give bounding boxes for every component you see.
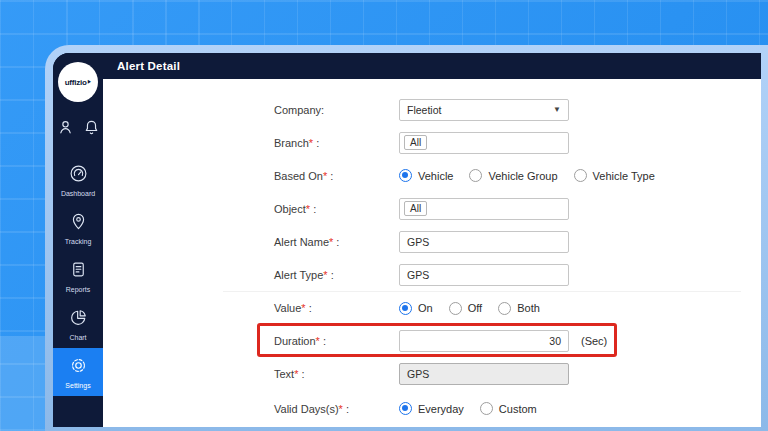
app-window-frame: uffizio‣ Dashboard xyxy=(45,45,768,431)
duration-input[interactable]: 30 xyxy=(399,330,569,352)
radio-button xyxy=(399,169,412,182)
field-label: Object* : xyxy=(274,203,399,215)
form-row-alert-type: Alert Type* : GPS xyxy=(103,258,761,291)
form-row-value: Value* : On Off Both xyxy=(103,292,761,324)
alert-type-input[interactable]: GPS xyxy=(399,264,569,286)
sidebar-item-chart[interactable]: Chart xyxy=(53,300,103,348)
field-label: Valid Days(s)* : xyxy=(274,403,399,415)
form-row-company: Company: Fleetiot ▼ xyxy=(103,93,761,126)
radio-button xyxy=(480,402,493,415)
sidebar-item-label: Chart xyxy=(69,334,86,341)
radio-custom[interactable]: Custom xyxy=(480,402,537,415)
text-input: GPS xyxy=(399,363,569,385)
duration-unit: (Sec) xyxy=(581,335,607,347)
radio-on[interactable]: On xyxy=(399,302,433,315)
gear-icon xyxy=(69,356,88,379)
radio-everyday[interactable]: Everyday xyxy=(399,402,464,415)
sidebar-item-label: Settings xyxy=(65,382,90,389)
radio-button xyxy=(574,169,587,182)
company-select[interactable]: Fleetiot ▼ xyxy=(399,99,569,121)
sidebar-item-label: Tracking xyxy=(65,238,92,245)
radio-button xyxy=(498,302,511,315)
radio-button xyxy=(469,169,482,182)
radio-both[interactable]: Both xyxy=(498,302,540,315)
field-label: Duration* : xyxy=(274,335,399,347)
field-label: Text* : xyxy=(274,368,399,380)
radio-vehicle-group[interactable]: Vehicle Group xyxy=(469,169,557,182)
radio-off[interactable]: Off xyxy=(449,302,482,315)
form-row-text: Text* : GPS xyxy=(103,357,761,390)
pie-chart-icon xyxy=(69,308,88,331)
branch-chip: All xyxy=(404,135,427,150)
user-icon[interactable] xyxy=(57,119,74,140)
form-row-based-on: Based On* : Vehicle Vehicle Group Vehicl… xyxy=(103,159,761,192)
form-row-object: Object* : All xyxy=(103,192,761,225)
radio-button xyxy=(399,402,412,415)
sidebar-item-reports[interactable]: Reports xyxy=(53,252,103,300)
branch-input[interactable]: All xyxy=(399,132,569,154)
page-title: Alert Detail xyxy=(117,60,180,72)
app-window: uffizio‣ Dashboard xyxy=(53,53,761,427)
form-row-valid-days: Valid Days(s)* : Everyday Custom xyxy=(103,390,761,427)
form-row-branch: Branch* : All xyxy=(103,126,761,159)
sidebar-item-label: Reports xyxy=(66,286,91,293)
object-chip: All xyxy=(404,201,427,216)
field-label: Alert Type* : xyxy=(274,269,399,281)
form-row-duration: Duration* : 30 (Sec) xyxy=(103,324,761,357)
radio-vehicle[interactable]: Vehicle xyxy=(399,169,453,182)
sidebar-item-settings[interactable]: Settings xyxy=(53,348,103,396)
field-label: Branch* : xyxy=(274,137,399,149)
radio-button xyxy=(449,302,462,315)
sidebar: uffizio‣ Dashboard xyxy=(53,53,103,427)
field-label: Based On* : xyxy=(274,170,399,182)
report-doc-icon xyxy=(69,260,88,283)
uffizio-logo: uffizio‣ xyxy=(58,62,98,102)
alert-detail-form: Company: Fleetiot ▼ Branch* : All xyxy=(103,79,761,427)
form-row-alert-name: Alert Name* : GPS xyxy=(103,225,761,258)
field-label: Company: xyxy=(274,104,399,116)
radio-button xyxy=(399,302,412,315)
sidebar-item-tracking[interactable]: Tracking xyxy=(53,204,103,252)
field-label: Value* : xyxy=(274,302,399,314)
chevron-down-icon: ▼ xyxy=(553,105,561,114)
bell-icon[interactable] xyxy=(83,119,100,140)
sidebar-item-dashboard[interactable]: Dashboard xyxy=(53,156,103,204)
object-input[interactable]: All xyxy=(399,198,569,220)
field-label: Alert Name* : xyxy=(274,236,399,248)
alert-name-input[interactable]: GPS xyxy=(399,231,569,253)
logo-text: uffizio‣ xyxy=(65,78,92,87)
map-pin-icon xyxy=(69,212,88,235)
titlebar: Alert Detail xyxy=(103,53,761,79)
radio-vehicle-type[interactable]: Vehicle Type xyxy=(574,169,655,182)
speedometer-icon xyxy=(69,164,88,187)
sidebar-item-label: Dashboard xyxy=(61,190,95,197)
